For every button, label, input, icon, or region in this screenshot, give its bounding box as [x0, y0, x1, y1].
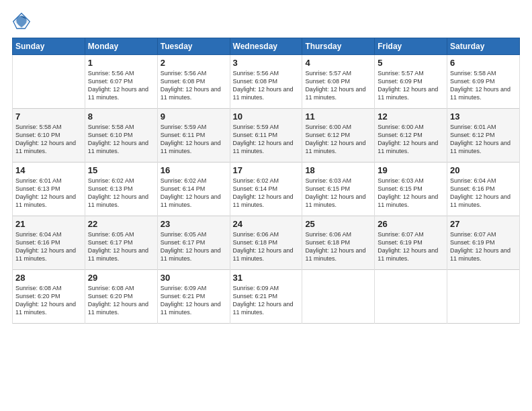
- day-number: 19: [378, 165, 444, 175]
- day-number: 13: [450, 111, 517, 122]
- day-number: 21: [15, 219, 82, 229]
- calendar-cell: 19Sunrise: 6:03 AMSunset: 6:15 PMDayligh…: [375, 163, 447, 216]
- day-number: 5: [378, 58, 444, 68]
- day-number: 18: [305, 165, 371, 175]
- day-info: Sunrise: 5:58 AMSunset: 6:10 PMDaylight:…: [15, 123, 82, 156]
- day-info: Sunrise: 6:04 AMSunset: 6:16 PMDaylight:…: [450, 177, 517, 210]
- logo-icon: [12, 12, 31, 31]
- day-number: 3: [233, 58, 300, 68]
- calendar-cell: [447, 270, 520, 324]
- calendar-cell: 17Sunrise: 6:02 AMSunset: 6:14 PMDayligh…: [230, 163, 302, 216]
- calendar-cell: 6Sunrise: 5:58 AMSunset: 6:09 PMDaylight…: [447, 55, 520, 109]
- day-number: 14: [15, 165, 82, 175]
- day-info: Sunrise: 6:03 AMSunset: 6:15 PMDaylight:…: [378, 177, 444, 210]
- calendar-cell: 25Sunrise: 6:06 AMSunset: 6:18 PMDayligh…: [302, 216, 375, 270]
- calendar-table: SundayMondayTuesdayWednesdayThursdayFrid…: [12, 38, 520, 324]
- day-info: Sunrise: 6:02 AMSunset: 6:13 PMDaylight:…: [88, 177, 154, 210]
- calendar-cell: 2Sunrise: 5:56 AMSunset: 6:08 PMDaylight…: [157, 55, 230, 109]
- day-info: Sunrise: 5:57 AMSunset: 6:09 PMDaylight:…: [378, 69, 444, 102]
- calendar-cell: 10Sunrise: 5:59 AMSunset: 6:11 PMDayligh…: [230, 109, 302, 163]
- weekday-header-sunday: Sunday: [13, 38, 85, 55]
- day-info: Sunrise: 6:09 AMSunset: 6:21 PMDaylight:…: [161, 284, 227, 317]
- calendar-cell: 12Sunrise: 6:00 AMSunset: 6:12 PMDayligh…: [375, 109, 447, 163]
- day-number: 12: [378, 111, 444, 122]
- day-info: Sunrise: 5:56 AMSunset: 6:08 PMDaylight:…: [233, 69, 300, 102]
- page: SundayMondayTuesdayWednesdayThursdayFrid…: [0, 0, 532, 411]
- day-number: 7: [15, 111, 82, 122]
- day-number: 20: [450, 165, 517, 175]
- day-number: 1: [88, 58, 154, 68]
- calendar-cell: 4Sunrise: 5:57 AMSunset: 6:08 PMDaylight…: [302, 55, 375, 109]
- calendar-cell: [302, 270, 375, 324]
- calendar-cell: 9Sunrise: 5:59 AMSunset: 6:11 PMDaylight…: [157, 109, 230, 163]
- day-number: 26: [378, 219, 444, 229]
- calendar-cell: 18Sunrise: 6:03 AMSunset: 6:15 PMDayligh…: [302, 163, 375, 216]
- calendar-cell: 29Sunrise: 6:08 AMSunset: 6:20 PMDayligh…: [85, 270, 157, 324]
- day-number: 17: [233, 165, 300, 175]
- calendar-cell: 23Sunrise: 6:05 AMSunset: 6:17 PMDayligh…: [157, 216, 230, 270]
- calendar-cell: 31Sunrise: 6:09 AMSunset: 6:21 PMDayligh…: [230, 270, 302, 324]
- weekday-header-row: SundayMondayTuesdayWednesdayThursdayFrid…: [13, 38, 520, 55]
- day-info: Sunrise: 6:06 AMSunset: 6:18 PMDaylight:…: [305, 230, 371, 263]
- day-info: Sunrise: 5:57 AMSunset: 6:08 PMDaylight:…: [305, 69, 371, 102]
- calendar-cell: 15Sunrise: 6:02 AMSunset: 6:13 PMDayligh…: [85, 163, 157, 216]
- day-info: Sunrise: 6:07 AMSunset: 6:19 PMDaylight:…: [378, 230, 444, 263]
- calendar-cell: 22Sunrise: 6:05 AMSunset: 6:17 PMDayligh…: [85, 216, 157, 270]
- calendar-cell: [375, 270, 447, 324]
- day-number: 9: [161, 111, 227, 122]
- calendar-cell: 3Sunrise: 5:56 AMSunset: 6:08 PMDaylight…: [230, 55, 302, 109]
- day-info: Sunrise: 5:56 AMSunset: 6:07 PMDaylight:…: [88, 69, 154, 102]
- day-number: 10: [233, 111, 300, 122]
- day-info: Sunrise: 6:08 AMSunset: 6:20 PMDaylight:…: [88, 284, 154, 317]
- day-number: 15: [88, 165, 154, 175]
- day-info: Sunrise: 6:08 AMSunset: 6:20 PMDaylight:…: [15, 284, 82, 317]
- day-number: 23: [161, 219, 227, 229]
- calendar-cell: 14Sunrise: 6:01 AMSunset: 6:13 PMDayligh…: [13, 163, 85, 216]
- weekday-header-thursday: Thursday: [302, 38, 375, 55]
- day-info: Sunrise: 6:01 AMSunset: 6:13 PMDaylight:…: [15, 177, 82, 210]
- calendar-cell: [13, 55, 85, 109]
- calendar-week-row: 21Sunrise: 6:04 AMSunset: 6:16 PMDayligh…: [13, 216, 520, 270]
- calendar-week-row: 14Sunrise: 6:01 AMSunset: 6:13 PMDayligh…: [13, 163, 520, 216]
- day-info: Sunrise: 6:05 AMSunset: 6:17 PMDaylight:…: [161, 230, 227, 263]
- calendar-cell: 26Sunrise: 6:07 AMSunset: 6:19 PMDayligh…: [375, 216, 447, 270]
- day-info: Sunrise: 5:59 AMSunset: 6:11 PMDaylight:…: [161, 123, 227, 156]
- calendar-week-row: 28Sunrise: 6:08 AMSunset: 6:20 PMDayligh…: [13, 270, 520, 324]
- calendar-cell: 27Sunrise: 6:07 AMSunset: 6:19 PMDayligh…: [447, 216, 520, 270]
- day-info: Sunrise: 6:05 AMSunset: 6:17 PMDaylight:…: [88, 230, 154, 263]
- day-number: 28: [15, 273, 82, 283]
- day-info: Sunrise: 6:01 AMSunset: 6:12 PMDaylight:…: [450, 123, 517, 156]
- calendar-cell: 28Sunrise: 6:08 AMSunset: 6:20 PMDayligh…: [13, 270, 85, 324]
- day-number: 16: [161, 165, 227, 175]
- day-info: Sunrise: 6:02 AMSunset: 6:14 PMDaylight:…: [233, 177, 300, 210]
- day-number: 2: [161, 58, 227, 68]
- day-number: 6: [450, 58, 517, 68]
- calendar-week-row: 7Sunrise: 5:58 AMSunset: 6:10 PMDaylight…: [13, 109, 520, 163]
- weekday-header-saturday: Saturday: [447, 38, 520, 55]
- day-number: 30: [161, 273, 227, 283]
- day-info: Sunrise: 6:06 AMSunset: 6:18 PMDaylight:…: [233, 230, 300, 263]
- day-number: 22: [88, 219, 154, 229]
- day-info: Sunrise: 5:58 AMSunset: 6:10 PMDaylight:…: [88, 123, 154, 156]
- day-number: 4: [305, 58, 371, 68]
- day-info: Sunrise: 6:04 AMSunset: 6:16 PMDaylight:…: [15, 230, 82, 263]
- calendar-cell: 21Sunrise: 6:04 AMSunset: 6:16 PMDayligh…: [13, 216, 85, 270]
- day-info: Sunrise: 5:59 AMSunset: 6:11 PMDaylight:…: [233, 123, 300, 156]
- day-number: 24: [233, 219, 300, 229]
- calendar-cell: 20Sunrise: 6:04 AMSunset: 6:16 PMDayligh…: [447, 163, 520, 216]
- day-info: Sunrise: 6:03 AMSunset: 6:15 PMDaylight:…: [305, 177, 371, 210]
- weekday-header-monday: Monday: [85, 38, 157, 55]
- calendar-week-row: 1Sunrise: 5:56 AMSunset: 6:07 PMDaylight…: [13, 55, 520, 109]
- calendar-cell: 5Sunrise: 5:57 AMSunset: 6:09 PMDaylight…: [375, 55, 447, 109]
- calendar-cell: 16Sunrise: 6:02 AMSunset: 6:14 PMDayligh…: [157, 163, 230, 216]
- day-info: Sunrise: 6:00 AMSunset: 6:12 PMDaylight:…: [378, 123, 444, 156]
- day-number: 25: [305, 219, 371, 229]
- day-info: Sunrise: 6:02 AMSunset: 6:14 PMDaylight:…: [161, 177, 227, 210]
- day-number: 8: [88, 111, 154, 122]
- weekday-header-tuesday: Tuesday: [157, 38, 230, 55]
- day-number: 31: [233, 273, 300, 283]
- day-number: 27: [450, 219, 517, 229]
- logo: [12, 12, 34, 31]
- day-number: 29: [88, 273, 154, 283]
- day-info: Sunrise: 5:58 AMSunset: 6:09 PMDaylight:…: [450, 69, 517, 102]
